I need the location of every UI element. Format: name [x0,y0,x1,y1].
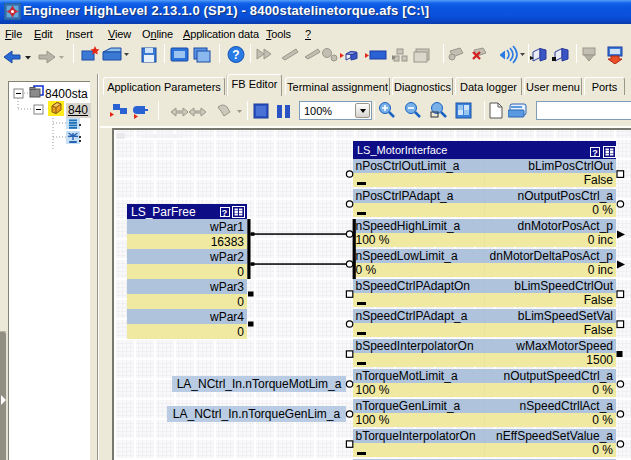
svg-text:?: ? [232,48,239,62]
